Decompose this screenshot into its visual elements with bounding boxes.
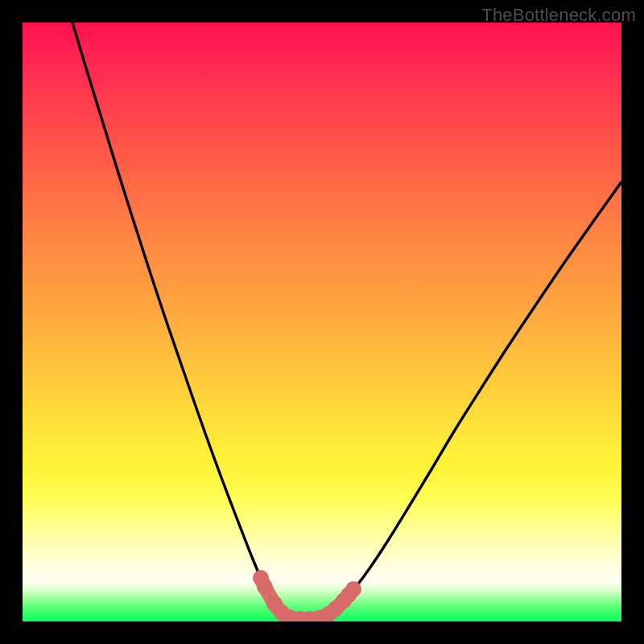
watermark-text: TheBottleneck.com [481, 5, 636, 26]
svg-point-1 [257, 579, 273, 595]
curve-line [72, 23, 621, 620]
chart-svg [23, 23, 621, 621]
highlight-markers [253, 570, 361, 621]
plot-area [23, 23, 621, 621]
svg-point-12 [345, 581, 361, 597]
